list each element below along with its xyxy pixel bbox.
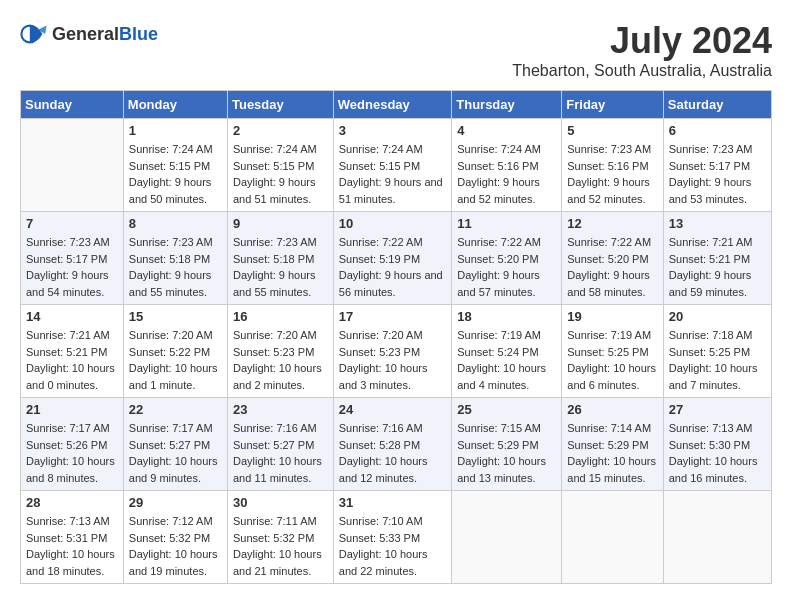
sunrise-time: Sunrise: 7:15 AM <box>457 422 541 434</box>
daylight-hours: Daylight: 9 hours and 50 minutes. <box>129 176 212 205</box>
calendar-cell: 14 Sunrise: 7:21 AM Sunset: 5:21 PM Dayl… <box>21 305 124 398</box>
day-number: 17 <box>339 309 446 324</box>
calendar-body: 1 Sunrise: 7:24 AM Sunset: 5:15 PM Dayli… <box>21 119 772 584</box>
sunrise-time: Sunrise: 7:22 AM <box>567 236 651 248</box>
sunrise-time: Sunrise: 7:16 AM <box>233 422 317 434</box>
daylight-hours: Daylight: 10 hours and 13 minutes. <box>457 455 546 484</box>
sunset-time: Sunset: 5:27 PM <box>129 439 210 451</box>
day-info: Sunrise: 7:24 AM Sunset: 5:15 PM Dayligh… <box>339 141 446 207</box>
sunset-time: Sunset: 5:24 PM <box>457 346 538 358</box>
logo-general: General <box>52 24 119 44</box>
sunrise-time: Sunrise: 7:22 AM <box>457 236 541 248</box>
sunset-time: Sunset: 5:29 PM <box>567 439 648 451</box>
day-info: Sunrise: 7:24 AM Sunset: 5:15 PM Dayligh… <box>233 141 328 207</box>
day-info: Sunrise: 7:11 AM Sunset: 5:32 PM Dayligh… <box>233 513 328 579</box>
day-number: 20 <box>669 309 766 324</box>
daylight-hours: Daylight: 9 hours and 58 minutes. <box>567 269 650 298</box>
daylight-hours: Daylight: 9 hours and 54 minutes. <box>26 269 109 298</box>
sunrise-time: Sunrise: 7:11 AM <box>233 515 317 527</box>
sunrise-time: Sunrise: 7:13 AM <box>669 422 753 434</box>
daylight-hours: Daylight: 10 hours and 15 minutes. <box>567 455 656 484</box>
sunrise-time: Sunrise: 7:19 AM <box>457 329 541 341</box>
sunrise-time: Sunrise: 7:21 AM <box>669 236 753 248</box>
calendar-cell: 1 Sunrise: 7:24 AM Sunset: 5:15 PM Dayli… <box>123 119 227 212</box>
sunrise-time: Sunrise: 7:17 AM <box>129 422 213 434</box>
logo-text: GeneralBlue <box>52 24 158 45</box>
calendar-cell: 31 Sunrise: 7:10 AM Sunset: 5:33 PM Dayl… <box>333 491 451 584</box>
sunrise-time: Sunrise: 7:23 AM <box>233 236 317 248</box>
daylight-hours: Daylight: 9 hours and 53 minutes. <box>669 176 752 205</box>
day-info: Sunrise: 7:13 AM Sunset: 5:30 PM Dayligh… <box>669 420 766 486</box>
calendar-cell <box>663 491 771 584</box>
calendar-cell: 18 Sunrise: 7:19 AM Sunset: 5:24 PM Dayl… <box>452 305 562 398</box>
sunset-time: Sunset: 5:29 PM <box>457 439 538 451</box>
daylight-hours: Daylight: 9 hours and 55 minutes. <box>129 269 212 298</box>
sunrise-time: Sunrise: 7:19 AM <box>567 329 651 341</box>
daylight-hours: Daylight: 9 hours and 57 minutes. <box>457 269 540 298</box>
day-info: Sunrise: 7:23 AM Sunset: 5:16 PM Dayligh… <box>567 141 657 207</box>
logo-blue: Blue <box>119 24 158 44</box>
calendar-table: SundayMondayTuesdayWednesdayThursdayFrid… <box>20 90 772 584</box>
location: Thebarton, South Australia, Australia <box>512 62 772 80</box>
daylight-hours: Daylight: 10 hours and 18 minutes. <box>26 548 115 577</box>
day-number: 6 <box>669 123 766 138</box>
sunset-time: Sunset: 5:20 PM <box>457 253 538 265</box>
calendar-cell: 13 Sunrise: 7:21 AM Sunset: 5:21 PM Dayl… <box>663 212 771 305</box>
day-number: 19 <box>567 309 657 324</box>
day-number: 28 <box>26 495 118 510</box>
calendar-cell: 25 Sunrise: 7:15 AM Sunset: 5:29 PM Dayl… <box>452 398 562 491</box>
sunset-time: Sunset: 5:23 PM <box>233 346 314 358</box>
day-number: 11 <box>457 216 556 231</box>
day-info: Sunrise: 7:17 AM Sunset: 5:27 PM Dayligh… <box>129 420 222 486</box>
day-info: Sunrise: 7:12 AM Sunset: 5:32 PM Dayligh… <box>129 513 222 579</box>
calendar-cell: 26 Sunrise: 7:14 AM Sunset: 5:29 PM Dayl… <box>562 398 663 491</box>
day-info: Sunrise: 7:14 AM Sunset: 5:29 PM Dayligh… <box>567 420 657 486</box>
title-block: July 2024 Thebarton, South Australia, Au… <box>512 20 772 80</box>
day-number: 12 <box>567 216 657 231</box>
weekday-header: Friday <box>562 91 663 119</box>
day-number: 9 <box>233 216 328 231</box>
day-info: Sunrise: 7:15 AM Sunset: 5:29 PM Dayligh… <box>457 420 556 486</box>
sunrise-time: Sunrise: 7:23 AM <box>26 236 110 248</box>
day-info: Sunrise: 7:16 AM Sunset: 5:28 PM Dayligh… <box>339 420 446 486</box>
daylight-hours: Daylight: 10 hours and 2 minutes. <box>233 362 322 391</box>
day-number: 4 <box>457 123 556 138</box>
daylight-hours: Daylight: 9 hours and 55 minutes. <box>233 269 316 298</box>
calendar-cell: 11 Sunrise: 7:22 AM Sunset: 5:20 PM Dayl… <box>452 212 562 305</box>
day-number: 14 <box>26 309 118 324</box>
day-number: 7 <box>26 216 118 231</box>
day-info: Sunrise: 7:16 AM Sunset: 5:27 PM Dayligh… <box>233 420 328 486</box>
sunrise-time: Sunrise: 7:10 AM <box>339 515 423 527</box>
sunset-time: Sunset: 5:18 PM <box>129 253 210 265</box>
daylight-hours: Daylight: 10 hours and 1 minute. <box>129 362 218 391</box>
sunrise-time: Sunrise: 7:24 AM <box>457 143 541 155</box>
day-number: 25 <box>457 402 556 417</box>
sunset-time: Sunset: 5:19 PM <box>339 253 420 265</box>
calendar-cell: 19 Sunrise: 7:19 AM Sunset: 5:25 PM Dayl… <box>562 305 663 398</box>
calendar-cell: 8 Sunrise: 7:23 AM Sunset: 5:18 PM Dayli… <box>123 212 227 305</box>
page-header: GeneralBlue July 2024 Thebarton, South A… <box>20 20 772 80</box>
daylight-hours: Daylight: 10 hours and 0 minutes. <box>26 362 115 391</box>
sunset-time: Sunset: 5:26 PM <box>26 439 107 451</box>
sunset-time: Sunset: 5:17 PM <box>669 160 750 172</box>
sunrise-time: Sunrise: 7:17 AM <box>26 422 110 434</box>
daylight-hours: Daylight: 10 hours and 11 minutes. <box>233 455 322 484</box>
header-row: SundayMondayTuesdayWednesdayThursdayFrid… <box>21 91 772 119</box>
day-number: 1 <box>129 123 222 138</box>
day-info: Sunrise: 7:23 AM Sunset: 5:18 PM Dayligh… <box>129 234 222 300</box>
day-info: Sunrise: 7:13 AM Sunset: 5:31 PM Dayligh… <box>26 513 118 579</box>
day-number: 16 <box>233 309 328 324</box>
sunrise-time: Sunrise: 7:14 AM <box>567 422 651 434</box>
day-info: Sunrise: 7:23 AM Sunset: 5:17 PM Dayligh… <box>669 141 766 207</box>
daylight-hours: Daylight: 9 hours and 56 minutes. <box>339 269 443 298</box>
daylight-hours: Daylight: 10 hours and 21 minutes. <box>233 548 322 577</box>
day-info: Sunrise: 7:24 AM Sunset: 5:15 PM Dayligh… <box>129 141 222 207</box>
day-number: 5 <box>567 123 657 138</box>
calendar-cell: 7 Sunrise: 7:23 AM Sunset: 5:17 PM Dayli… <box>21 212 124 305</box>
day-number: 31 <box>339 495 446 510</box>
sunset-time: Sunset: 5:16 PM <box>457 160 538 172</box>
day-info: Sunrise: 7:22 AM Sunset: 5:19 PM Dayligh… <box>339 234 446 300</box>
day-number: 13 <box>669 216 766 231</box>
calendar-cell: 6 Sunrise: 7:23 AM Sunset: 5:17 PM Dayli… <box>663 119 771 212</box>
day-info: Sunrise: 7:19 AM Sunset: 5:25 PM Dayligh… <box>567 327 657 393</box>
